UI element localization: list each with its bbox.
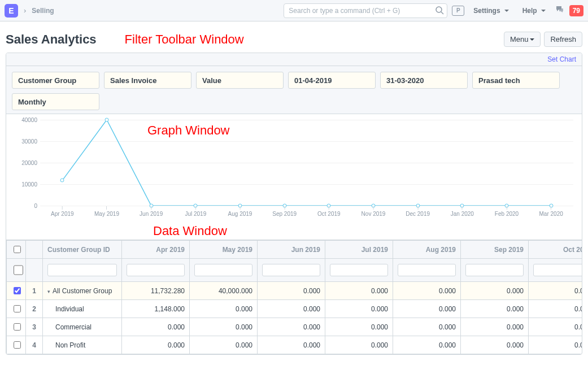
global-search — [284, 3, 447, 18]
column-filter-input[interactable] — [47, 264, 117, 276]
settings-menu[interactable]: Settings — [469, 3, 513, 18]
data-cell: 0.000 — [190, 300, 258, 318]
table-row[interactable]: 1▾All Customer Group11,732.28040,000.000… — [7, 282, 582, 300]
column-header[interactable]: Apr 2019 — [122, 241, 190, 259]
data-cell: 0.000 — [325, 282, 393, 300]
data-cell: 0.000 — [258, 282, 325, 300]
table-row[interactable]: 3Commercial0.0000.0000.0000.0000.0000.00… — [7, 318, 582, 336]
row-checkbox[interactable] — [14, 341, 21, 349]
data-cell: 0.000 — [461, 300, 529, 318]
data-cell: 11,732.280 — [122, 282, 190, 300]
x-tick: May 2019 — [94, 206, 119, 217]
notification-badge[interactable]: 79 — [569, 5, 583, 16]
data-cell: 0.000 — [190, 336, 258, 354]
y-tick: 30000 — [12, 138, 37, 145]
data-cell: 0.000 — [122, 318, 190, 336]
data-cell: 0.000 — [529, 300, 582, 318]
x-tick: Jan 2020 — [451, 206, 474, 217]
column-header[interactable]: May 2019 — [190, 241, 258, 259]
data-cell: 0.000 — [190, 318, 258, 336]
filter-field-2[interactable]: Value — [196, 72, 284, 89]
x-tick: Oct 2019 — [317, 206, 341, 217]
search-icon — [435, 6, 444, 16]
data-cell: 0.000 — [122, 336, 190, 354]
line-chart[interactable]: 010000200003000040000Apr 2019May 2019Jun… — [40, 120, 573, 221]
keyboard-shortcut-icon[interactable]: P — [452, 6, 464, 16]
chart-area: Graph Window 010000200003000040000Apr 20… — [6, 114, 582, 221]
chat-icon[interactable] — [555, 5, 565, 16]
filter-row-checkbox[interactable] — [14, 264, 23, 276]
x-tick: Apr 2019 — [51, 206, 74, 217]
table-row[interactable]: 4Non Profit0.0000.0000.0000.0000.0000.00… — [7, 336, 582, 354]
filter-field-3[interactable]: 01-04-2019 — [288, 72, 376, 89]
column-header[interactable]: Jun 2019 — [258, 241, 325, 259]
data-cell: 40,000.000 — [190, 282, 258, 300]
column-header[interactable]: Aug 2019 — [393, 241, 461, 259]
x-tick: Feb 2020 — [495, 206, 519, 217]
set-chart-link[interactable]: Set Chart — [547, 55, 576, 63]
data-cell: 0.000 — [393, 282, 461, 300]
page-header: Sales Analytics Filter Toolbar Window Me… — [0, 21, 588, 53]
data-cell: 0.000 — [258, 336, 325, 354]
row-id-cell: Non Profit — [43, 336, 122, 354]
x-tick: Mar 2020 — [539, 206, 563, 217]
data-cell: 0.000 — [393, 318, 461, 336]
row-checkbox[interactable] — [14, 305, 21, 312]
column-filter-input[interactable] — [465, 264, 524, 276]
data-cell: 0.000 — [529, 282, 582, 300]
column-filter-input[interactable] — [262, 264, 320, 276]
column-header[interactable]: Sep 2019 — [461, 241, 529, 259]
annotation-data: Data Window — [6, 221, 582, 240]
report-card: Set Chart Customer GroupSales InvoiceVal… — [6, 53, 582, 355]
row-id-cell: ▾All Customer Group — [43, 282, 122, 300]
y-tick: 0 — [12, 203, 37, 209]
data-cell: 0.000 — [529, 336, 582, 354]
refresh-button[interactable]: Refresh — [544, 32, 582, 47]
filter-field-6[interactable]: Monthly — [12, 93, 99, 110]
data-table-wrap: Customer Group IDApr 2019May 2019Jun 201… — [6, 240, 582, 354]
row-id-cell: Commercial — [43, 318, 122, 336]
help-menu[interactable]: Help — [518, 3, 550, 18]
data-cell: 0.000 — [325, 300, 393, 318]
filter-field-0[interactable]: Customer Group — [12, 72, 99, 89]
data-cell: 0.000 — [461, 336, 529, 354]
data-cell: 0.000 — [393, 336, 461, 354]
chevron-down-icon[interactable]: ▾ — [47, 289, 50, 294]
top-navbar: E › Selling P Settings Help 79 — [0, 0, 588, 21]
search-input[interactable] — [284, 3, 447, 18]
filter-field-4[interactable]: 31-03-2020 — [380, 72, 468, 89]
data-cell: 0.000 — [461, 282, 529, 300]
column-filter-input[interactable] — [398, 264, 456, 276]
row-id-cell: Individual — [43, 300, 122, 318]
column-filter-input[interactable] — [533, 264, 582, 276]
data-cell: 0.000 — [258, 300, 325, 318]
y-tick: 10000 — [12, 181, 37, 188]
table-row[interactable]: 2Individual1,148.0000.0000.0000.0000.000… — [7, 300, 582, 318]
app-logo[interactable]: E — [5, 4, 18, 18]
data-cell: 0.000 — [461, 318, 529, 336]
x-tick: Jun 2019 — [140, 206, 163, 217]
x-tick: Aug 2019 — [228, 206, 252, 217]
breadcrumb: Selling — [32, 6, 54, 15]
filter-toolbar: Customer GroupSales InvoiceValue01-04-20… — [6, 66, 582, 114]
column-filter-input[interactable] — [330, 264, 388, 276]
breadcrumb-link-selling[interactable]: Selling — [32, 7, 54, 15]
column-filter-input[interactable] — [194, 264, 252, 276]
menu-button[interactable]: Menu — [504, 32, 541, 47]
filter-field-1[interactable]: Sales Invoice — [104, 72, 191, 89]
data-cell: 0.000 — [529, 318, 582, 336]
chart-point[interactable] — [60, 179, 64, 182]
column-header[interactable]: Oct 2019 — [529, 241, 582, 259]
select-all-checkbox[interactable] — [14, 246, 21, 253]
data-cell: 0.000 — [393, 300, 461, 318]
svg-point-0 — [436, 7, 442, 12]
table-header-row: Customer Group IDApr 2019May 2019Jun 201… — [7, 241, 582, 259]
column-header[interactable]: Jul 2019 — [325, 241, 393, 259]
column-filter-input[interactable] — [127, 264, 185, 276]
filter-field-5[interactable]: Prasad tech — [472, 72, 560, 89]
column-header[interactable]: Customer Group ID — [43, 241, 122, 259]
y-tick: 40000 — [12, 117, 37, 123]
row-checkbox[interactable] — [14, 323, 21, 331]
row-checkbox[interactable] — [14, 287, 21, 294]
chart-point[interactable] — [105, 118, 109, 122]
